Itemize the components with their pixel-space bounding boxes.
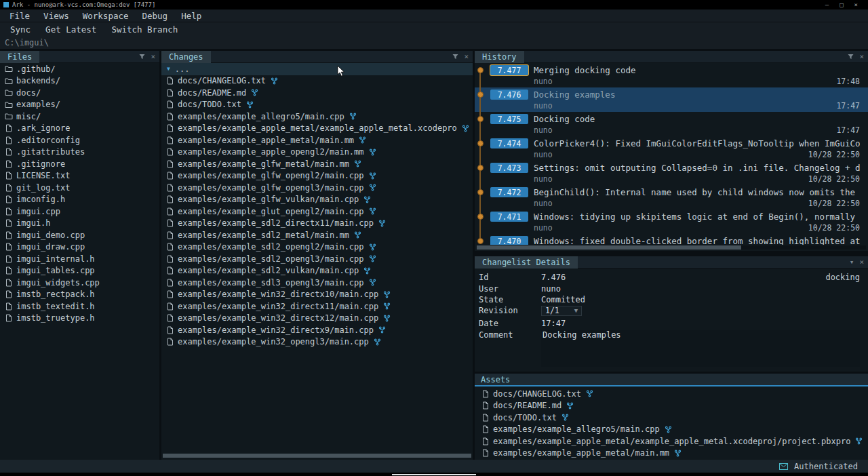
chevron-down-icon[interactable]: ▼: [167, 66, 170, 72]
files-tree-folder[interactable]: backends/: [0, 75, 159, 87]
changed-file-row[interactable]: docs/README.md: [161, 87, 473, 99]
changed-file-row[interactable]: examples/example_win32_opengl3/main.cpp: [161, 336, 473, 349]
files-tree-file[interactable]: imgui_internal.h: [0, 253, 159, 265]
changeset-badge[interactable]: 7.474: [490, 138, 528, 148]
changeset-badge[interactable]: 7.471: [490, 212, 528, 222]
history-entry[interactable]: 7.474ColorPicker4(): Fixed ImGuiColorEdi…: [475, 136, 868, 161]
close-panel-icon[interactable]: ×: [859, 258, 864, 266]
files-tree-file[interactable]: imgui_widgets.cpp: [0, 277, 159, 289]
chevron-down-icon[interactable]: ▾: [850, 258, 854, 266]
files-tree-file[interactable]: imgui.h: [0, 218, 159, 230]
history-entry[interactable]: 7.477Merging docking codenuno17:48: [475, 63, 868, 87]
changed-file-row[interactable]: docs/CHANGELOG.txt: [161, 75, 473, 87]
menu-workspace[interactable]: Workspace: [76, 11, 136, 21]
changed-file-row[interactable]: examples/example_apple_opengl2/main.mm: [161, 146, 473, 159]
changeset-badge[interactable]: 7.472: [490, 187, 528, 197]
files-tree-file[interactable]: LICENSE.txt: [0, 170, 159, 182]
history-entry[interactable]: 7.473Settings: omit outputing Collapsed=…: [475, 161, 868, 185]
changed-file-row[interactable]: examples/example_glut_opengl2/main.cpp: [161, 205, 473, 218]
tab-changes[interactable]: Changes: [161, 51, 211, 63]
files-tree-file[interactable]: imstb_truetype.h: [0, 313, 159, 325]
changeset-badge[interactable]: 7.473: [490, 163, 528, 173]
files-tree-file[interactable]: imstb_rectpack.h: [0, 289, 159, 301]
changed-file-row[interactable]: examples/example_sdl2_vulkan/main.cpp: [161, 265, 473, 277]
changed-file-row[interactable]: docs/TODO.txt: [161, 99, 473, 111]
changed-file-row[interactable]: examples/example_sdl2_directx11/main.cpp: [161, 218, 473, 230]
files-tree-file[interactable]: imconfig.h: [0, 194, 159, 206]
changed-file-row[interactable]: examples/example_win32_directx12/main.cp…: [161, 313, 473, 325]
tab-files[interactable]: Files: [0, 51, 39, 63]
asset-row[interactable]: docs/README.md: [475, 400, 868, 412]
menu-views[interactable]: Views: [37, 11, 76, 21]
close-icon[interactable]: ×: [854, 0, 858, 9]
asset-row[interactable]: docs/TODO.txt: [475, 412, 868, 424]
changed-file-row[interactable]: examples/example_win32_directx9/main.cpp: [161, 324, 473, 336]
changed-file-row[interactable]: examples/example_apple_metal/example_app…: [161, 123, 473, 135]
changed-file-row[interactable]: examples/example_sdl2_metal/main.mm: [161, 229, 473, 241]
history-hscrollbar[interactable]: [477, 245, 866, 250]
history-entry[interactable]: 7.470Windows: fixed double-clicked borde…: [475, 234, 868, 245]
changeset-badge[interactable]: 7.476: [490, 90, 528, 100]
close-panel-icon[interactable]: ×: [151, 53, 155, 60]
menu-file[interactable]: File: [3, 11, 37, 21]
close-panel-icon[interactable]: ×: [464, 53, 469, 60]
close-panel-icon[interactable]: ×: [859, 53, 864, 60]
menu-debug[interactable]: Debug: [135, 11, 174, 21]
changed-file-row[interactable]: examples/example_win32_directx10/main.cp…: [161, 289, 473, 301]
scrollbar-thumb[interactable]: [163, 454, 471, 458]
history-entry[interactable]: 7.475Docking codenuno17:47: [475, 112, 868, 136]
filter-icon[interactable]: [452, 54, 458, 60]
filter-icon[interactable]: [848, 54, 854, 60]
history-entry[interactable]: 7.471Windows: tidying up skipitems logic…: [475, 210, 868, 234]
files-tree-folder[interactable]: misc/: [0, 111, 159, 123]
taskbar-indicator: [392, 474, 476, 475]
files-tree-file[interactable]: imgui_draw.cpp: [0, 241, 159, 254]
files-tree-file[interactable]: .editorconfig: [0, 134, 159, 146]
toolbar-switch-branch[interactable]: Switch Branch: [104, 24, 185, 35]
changed-file-row[interactable]: examples/example_glfw_opengl2/main.cpp: [161, 170, 473, 182]
scrollbar-thumb[interactable]: [477, 245, 741, 250]
changed-file-row[interactable]: examples/example_win32_directx11/main.cp…: [161, 300, 473, 313]
minimize-icon[interactable]: –: [825, 0, 829, 9]
changes-hscrollbar[interactable]: [163, 454, 471, 458]
asset-row[interactable]: examples/example_allegro5/main.cpp: [475, 424, 868, 436]
changed-file-row[interactable]: examples/example_glfw_metal/main.mm: [161, 158, 473, 170]
revision-dropdown[interactable]: 1/1 ▼: [541, 306, 582, 316]
files-tree-file[interactable]: .gitattributes: [0, 146, 159, 159]
asset-row[interactable]: docs/CHANGELOG.txt: [475, 388, 868, 400]
changed-file-row[interactable]: examples/example_sdl2_opengl2/main.cpp: [161, 241, 473, 254]
changes-root-row[interactable]: ▼ ...: [161, 63, 473, 75]
files-tree-folder[interactable]: examples/: [0, 99, 159, 111]
menu-help[interactable]: Help: [174, 11, 208, 21]
changed-file-row[interactable]: examples/example_glfw_opengl3/main.cpp: [161, 182, 473, 194]
changed-file-row[interactable]: examples/example_apple_metal/main.mm: [161, 134, 473, 146]
changed-file-row[interactable]: examples/example_glfw_vulkan/main.cpp: [161, 194, 473, 206]
tab-history[interactable]: History: [475, 51, 524, 63]
asset-row[interactable]: examples/example_apple_metal/main.mm: [475, 448, 868, 460]
files-tree-file[interactable]: imgui.cpp: [0, 205, 159, 218]
files-tree-file[interactable]: .gitignore: [0, 158, 159, 170]
changed-file-row[interactable]: examples/example_sdl3_opengl3/main.cpp: [161, 277, 473, 289]
asset-row[interactable]: examples/example_apple_metal/example_app…: [475, 435, 868, 448]
files-tree-folder[interactable]: docs/: [0, 87, 159, 99]
files-tree-file[interactable]: imgui_demo.cpp: [0, 229, 159, 241]
files-tree-file[interactable]: imstb_textedit.h: [0, 300, 159, 313]
toolbar-sync[interactable]: Sync: [3, 24, 38, 35]
history-entry[interactable]: 7.476Docking examplesnuno17:47: [475, 87, 868, 112]
files-tree-file[interactable]: .ark_ignore: [0, 123, 159, 135]
changed-file-row[interactable]: examples/example_sdl2_opengl3/main.cpp: [161, 253, 473, 265]
comment-field[interactable]: Docking examples: [541, 330, 860, 367]
tab-changelist-details[interactable]: Changelist Details: [475, 256, 578, 269]
changeset-badge[interactable]: 7.477: [490, 65, 528, 75]
files-tree-file[interactable]: imgui_tables.cpp: [0, 265, 159, 277]
maximize-icon[interactable]: □: [840, 0, 843, 9]
history-entry[interactable]: 7.472BeginChild(): Internal name used by…: [475, 185, 868, 210]
detail-row-id: Id 7.476 docking: [475, 272, 868, 283]
files-tree-folder[interactable]: .github/: [0, 63, 159, 75]
filter-icon[interactable]: [139, 54, 145, 60]
changeset-badge[interactable]: 7.475: [490, 114, 528, 124]
changed-file-row[interactable]: examples/example_allegro5/main.cpp: [161, 111, 473, 123]
changeset-badge[interactable]: 7.470: [490, 236, 528, 245]
toolbar-get-latest[interactable]: Get Latest: [38, 24, 104, 35]
files-tree-file[interactable]: git_log.txt: [0, 182, 159, 194]
